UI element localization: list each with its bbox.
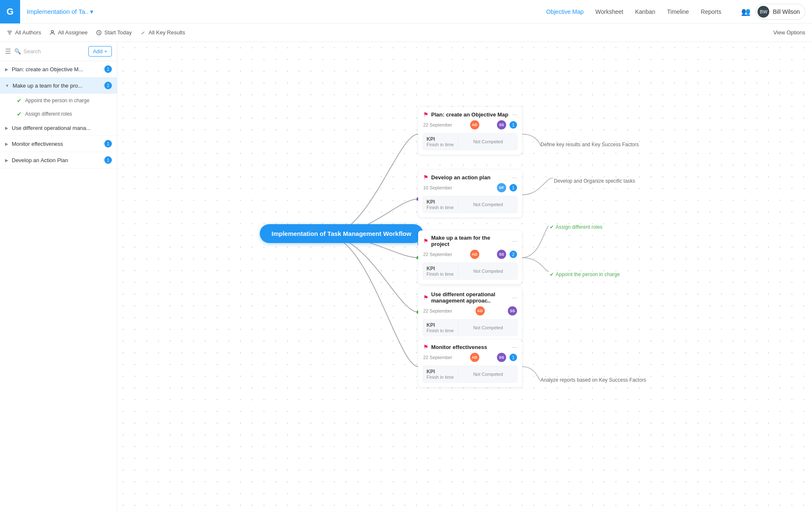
flag-icon: ⚑: [423, 174, 429, 181]
kpi-sublabel: Finish in time: [427, 328, 454, 333]
add-button[interactable]: Add +: [88, 46, 112, 57]
chevron-icon: ▶: [5, 126, 8, 130]
kpi-sublabel: Finish in time: [427, 375, 454, 380]
tab-worksheet[interactable]: Worksheet: [595, 8, 623, 15]
card-plan-objective: ⚑ Plan: create an Objective Map ··· 22 S…: [418, 107, 522, 155]
view-options-button[interactable]: View Options: [773, 29, 805, 36]
card-meta: 22 September AD SS 1: [418, 353, 522, 365]
avatar-ad: AD: [476, 306, 485, 315]
card-date: 22 September: [423, 252, 452, 257]
card-date: 22 September: [423, 122, 452, 127]
right-label-define: Define key results and Key Success Facto…: [540, 142, 639, 147]
kpi-status: Not Competed: [458, 322, 518, 334]
card-header: ⚑ Monitor effectiveness ···: [418, 339, 522, 353]
tab-objective-map[interactable]: Objective Map: [546, 8, 584, 15]
avatar-ad: AD: [470, 120, 479, 129]
tab-kanban[interactable]: Kanban: [635, 8, 655, 15]
avatar-ss: SS: [497, 120, 506, 129]
sub-item-label: Appoint the person in charge: [25, 98, 89, 103]
card-date: 22 September: [423, 308, 452, 313]
card-date: 10 September: [423, 185, 452, 190]
filter-key-results[interactable]: All Key Results: [140, 29, 185, 36]
card-header: ⚑ Make up a team for the project ···: [418, 230, 522, 250]
check-icon: ✔: [550, 224, 554, 230]
kpi-status: Not Competed: [458, 265, 518, 277]
avatar-ss: SS: [497, 250, 506, 259]
menu-icon[interactable]: ☰: [5, 47, 11, 55]
search-input[interactable]: 🔍 Search: [14, 48, 85, 54]
right-label-analyze: Analyze reports based on Key Success Fac…: [540, 377, 646, 383]
card-kpi: KPI Finish in time Not Competed: [422, 365, 518, 383]
central-node[interactable]: Implementation of Task Management Workfl…: [260, 224, 423, 243]
chevron-icon: ▶: [5, 158, 8, 163]
more-icon[interactable]: ···: [512, 174, 517, 181]
card-team: ⚑ Make up a team for the project ··· 22 …: [418, 230, 522, 284]
flag-icon: ⚑: [423, 344, 429, 350]
tab-timeline[interactable]: Timeline: [667, 8, 689, 15]
sidebar-item-monitor[interactable]: ▶ Monitor effectiveness 1: [0, 136, 117, 152]
more-icon[interactable]: ···: [512, 294, 517, 301]
avatar-ss: SS: [508, 306, 517, 315]
sidebar-sub-appoint[interactable]: ✔ Appoint the person in charge: [0, 94, 117, 107]
sidebar-item-plan[interactable]: ▶ Plan: create an Objective M... 1: [0, 61, 117, 78]
kpi-sublabel: Finish in time: [427, 205, 454, 210]
flag-icon: ⚑: [423, 238, 429, 244]
card-meta: 22 September AD SS 1: [418, 120, 522, 133]
card-title: Develop an action plan: [431, 174, 509, 181]
more-icon[interactable]: ···: [512, 344, 517, 350]
avatar-ad: AD: [470, 353, 479, 362]
card-date: 22 September: [423, 355, 452, 360]
sidebar-item-label: Plan: create an Objective M...: [12, 66, 83, 72]
card-title: Monitor effectiveness: [431, 344, 509, 350]
user-badge[interactable]: BW Bill Wilson: [755, 4, 805, 20]
avatar-ss: SS: [497, 353, 506, 362]
central-node-label: Implementation of Task Management Workfl…: [272, 230, 411, 237]
kpi-label: KPI: [427, 199, 454, 205]
kpi-status: Not Competed: [458, 199, 518, 210]
badge-num: 1: [509, 184, 517, 191]
avatar-df: DF: [497, 183, 506, 192]
sidebar-item-team[interactable]: ▼ Make up a team for the pro... 2: [0, 78, 117, 94]
header-right: 👥 BW Bill Wilson: [741, 4, 805, 20]
more-icon[interactable]: ···: [512, 111, 517, 118]
toolbar: All Authors All Assignee Start Today All…: [0, 23, 812, 42]
badge-num: 2: [509, 251, 517, 258]
filter-start-today[interactable]: Start Today: [96, 29, 132, 36]
sidebar: ☰ 🔍 Search Add + ▶ Plan: create an Objec…: [0, 42, 117, 512]
card-title: Make up a team for the project: [431, 235, 509, 247]
sidebar-item-label: Use different operational mana...: [12, 125, 91, 131]
main-layout: ☰ 🔍 Search Add + ▶ Plan: create an Objec…: [0, 42, 812, 512]
card-title: Plan: create an Objective Map: [431, 111, 509, 118]
card-header: ⚑ Develop an action plan ···: [418, 170, 522, 183]
card-title: Use different operational management app…: [431, 291, 509, 304]
sidebar-item-label: Make up a team for the pro...: [13, 83, 83, 89]
badge: 1: [104, 156, 112, 164]
logo-text: G: [6, 6, 13, 17]
share-icon[interactable]: 👥: [741, 7, 750, 16]
sidebar-item-label: Develop an Action Plan: [12, 157, 68, 163]
flag-icon: ⚑: [423, 111, 429, 118]
sidebar-item-action-plan[interactable]: ▶ Develop an Action Plan 1: [0, 152, 117, 168]
card-meta: 10 September DF 1: [418, 183, 522, 196]
filter-assignee[interactable]: All Assignee: [49, 29, 88, 36]
sidebar-item-operational[interactable]: ▶ Use different operational mana...: [0, 121, 117, 136]
card-meta: 22 September AD SS 2: [418, 250, 522, 262]
card-operational: ⚑ Use different operational management a…: [418, 287, 522, 341]
avatar: BW: [758, 6, 769, 18]
badge: 2: [104, 82, 112, 89]
sidebar-sub-roles[interactable]: ✔ Assign different roles: [0, 107, 117, 121]
kpi-sublabel: Finish in time: [427, 142, 454, 147]
tab-reports[interactable]: Reports: [701, 8, 721, 15]
card-monitor: ⚑ Monitor effectiveness ··· 22 September…: [418, 339, 522, 387]
chevron-icon: ▶: [5, 142, 8, 146]
filter-authors[interactable]: All Authors: [7, 29, 41, 36]
project-title[interactable]: Implementation of Ta.. ▾: [27, 8, 93, 16]
check-icon: ✔: [17, 111, 22, 117]
svg-point-0: [52, 30, 54, 32]
badge: 1: [104, 140, 112, 147]
header: G Implementation of Ta.. ▾ Objective Map…: [0, 0, 812, 23]
more-icon[interactable]: ···: [512, 238, 517, 244]
kpi-sublabel: Finish in time: [427, 272, 454, 277]
badge: 1: [104, 65, 112, 73]
logo[interactable]: G: [0, 0, 20, 23]
